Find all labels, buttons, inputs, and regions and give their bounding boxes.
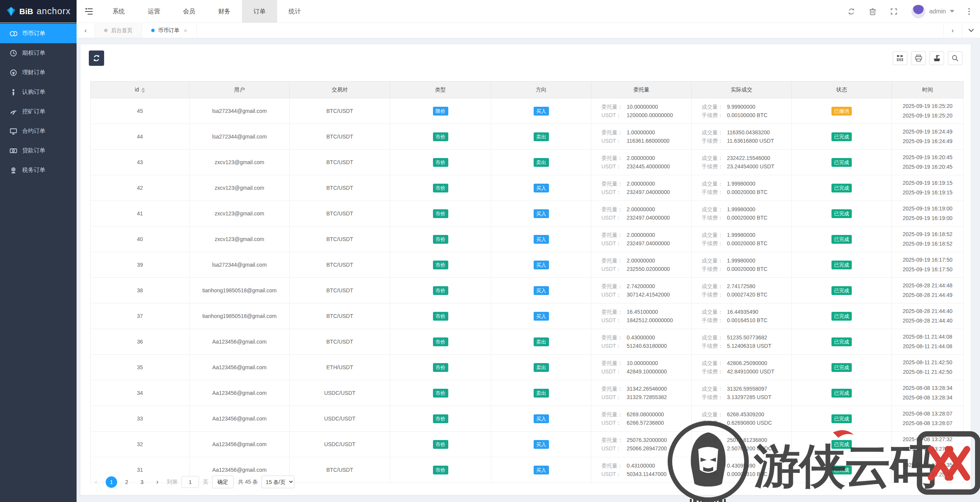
kv-label: 成交量： [702,282,727,290]
cell-user: zxcv123@gmail.com [189,201,290,227]
main-content: id用户交易对类型方向委托量实际成交状态时间 45lsa272344@gmail… [77,38,980,502]
columns-filter-button[interactable] [893,51,907,65]
nav-item-6[interactable]: 统计 [277,0,312,23]
kv-value: 1.00000000 [627,129,655,135]
kv-label: 手续费： [702,393,727,401]
nav-item-1[interactable]: 系统 [101,0,136,23]
table-refresh-button[interactable] [89,51,104,66]
nav-item-5[interactable]: 订单 [242,0,277,23]
sidebar-item-8[interactable]: 税务订单 [0,160,77,180]
refresh-icon[interactable] [848,8,855,15]
cell-actual: 成交量：2.74172580手续费：0.00027420 BTC [692,278,792,303]
cell-status: 已完成 [792,303,892,329]
page-button-1[interactable]: 1 [106,476,117,488]
cell-type: 市价 [390,278,491,303]
sidebar-item-label: 合约订单 [22,127,45,135]
sidebar-item-2[interactable]: 期权订单 [0,43,77,63]
close-icon[interactable]: × [184,27,187,34]
cell-status: 已完成 [792,380,892,406]
time-created: 2025-08-08 13:25:35 [892,460,963,470]
time-updated: 2025-08-11 21:42:50 [892,367,963,377]
cell-status: 已完成 [792,432,892,457]
total-count-label: 共 45 条 [238,479,258,486]
sidebar-item-4[interactable]: 认购订单 [0,82,77,102]
sidebar-item-label: 挖矿订单 [22,108,45,115]
sidebar-item-label: 期权订单 [22,49,45,57]
cell-actual: 成交量：1.99980000手续费：0.00020000 BTC [692,175,792,201]
search-button[interactable] [948,51,962,65]
kv-value: 2.74200000 [627,283,655,289]
tabs-scroll-left-button[interactable]: ‹ [77,23,95,38]
page-prev-button[interactable]: ‹ [90,476,102,488]
kv-label: 手续费： [702,214,727,222]
sidebar-toggle-button[interactable] [77,0,101,23]
nav-item-3[interactable]: 会员 [172,0,207,23]
sidebar-item-1[interactable]: 币币订单 [0,24,77,43]
avatar[interactable] [911,5,925,18]
key-value-line: 委托量：2.00000000 [601,154,691,162]
cell-id: 44 [91,124,189,150]
key-value-line: 成交量：116350.04383200 [702,128,791,137]
cell-type: 市价 [390,124,491,150]
kv-value: 2.74172580 [727,283,755,289]
column-header-2: 用户 [189,81,290,98]
cell-pair: USDC/USDT [290,432,390,457]
tab-1[interactable]: 后台首页 [95,23,142,38]
type-badge: 市价 [433,261,448,269]
trash-icon[interactable] [869,8,876,15]
tabs-scroll-right-button[interactable]: › [943,23,962,38]
key-value-line: 成交量：9.99900000 [702,103,791,111]
fullscreen-icon[interactable] [890,8,898,15]
cell-id: 33 [91,406,189,432]
nav-item-2[interactable]: 运营 [136,0,172,23]
cell-user: Aa123456@gmail.com [189,432,290,457]
kv-value: 10.00000000 [627,360,658,366]
kebab-menu-icon[interactable] [968,8,970,15]
cell-id: 38 [91,278,189,303]
print-button[interactable] [911,51,926,65]
kv-value: 31329.72855382 [627,394,667,400]
cell-status: 已完成 [792,175,892,201]
status-badge: 已完成 [831,286,852,295]
sort-icon[interactable] [141,88,145,93]
table-row: 34Aa123456@gmail.comUSDC/USDT市价卖出委托量：313… [91,380,964,406]
nav-item-4[interactable]: 财务 [207,0,242,23]
time-updated: 2025-08-08 13:28:34 [892,393,963,403]
page-size-select[interactable]: 15 条/页 [261,476,294,488]
tab-2[interactable]: 币币订单× [142,23,197,38]
kv-label: 成交量： [702,231,727,239]
tabs-menu-button[interactable] [962,23,980,38]
cell-amount: 委托量：6269.08000000USDT：6266.57236800 [591,406,692,432]
cell-actual: 成交量：6268.45309200手续费：0.62690800 USDC [692,406,792,432]
cell-pair: BTC/USDT [290,329,390,355]
kv-value: 116350.04383200 [727,129,770,135]
sidebar-item-7[interactable]: 贷款订单 [0,141,77,160]
kv-label: 手续费： [702,342,727,350]
key-value-line: 成交量：25073.81236800 [702,436,791,444]
page-button-2[interactable]: 2 [121,476,132,488]
cell-user: Aa123456@gmail.com [189,329,290,355]
kv-label: 成交量： [702,256,727,265]
sidebar-item-3[interactable]: 理财订单 [0,63,77,82]
cell-actual: 成交量：9.99900000手续费：0.00100000 BTC [692,98,792,124]
kv-label: 委托量： [601,205,627,214]
kv-value: 51235.50773682 [727,334,767,341]
cell-pair: BTC/USDT [290,175,390,201]
page-jump-input[interactable] [181,476,199,488]
confirm-button[interactable]: 确定 [212,476,234,488]
column-header-7: 实际成交 [692,81,792,98]
sidebar-item-5[interactable]: 挖矿订单 [0,102,77,121]
user-menu[interactable]: admin [911,5,954,18]
page-next-button[interactable]: › [152,476,163,488]
status-badge: 已完成 [831,184,852,192]
page-button-3[interactable]: 3 [136,476,148,488]
export-button[interactable] [929,51,944,65]
column-header-1[interactable]: id [91,81,189,98]
cell-type: 市价 [390,329,491,355]
kv-label: 委托量： [601,385,627,393]
key-value-line: USDT：232497.04000000 [601,239,691,248]
cell-status: 已完成 [792,406,892,432]
sidebar-item-6[interactable]: 合约订单 [0,121,77,141]
cell-user: zxcv123@gmail.com [189,150,290,175]
cell-actual: 成交量：31326.59558097手续费：3.13297285 USDT [692,380,792,406]
